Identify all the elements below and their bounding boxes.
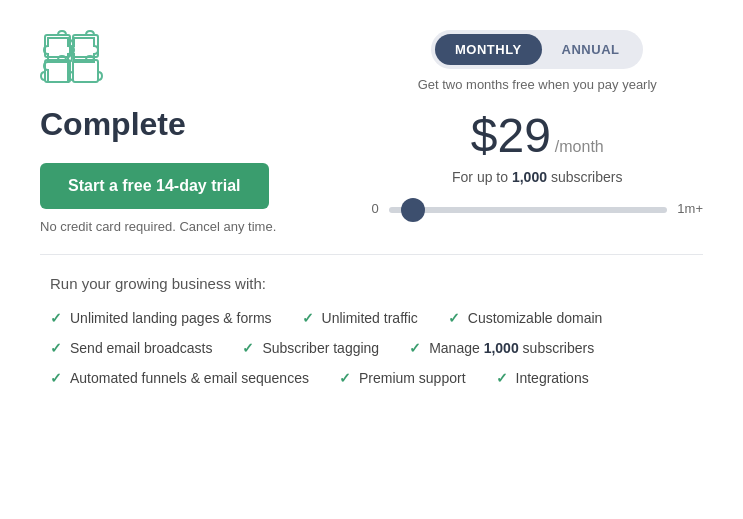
feature-subscriber-tagging: ✓ Subscriber tagging	[242, 340, 379, 356]
feature-premium-support: ✓ Premium support	[339, 370, 466, 386]
monthly-toggle-button[interactable]: MONTHLY	[435, 34, 542, 65]
features-row-3: ✓ Automated funnels & email sequences ✓ …	[50, 370, 693, 386]
features-grid: ✓ Unlimited landing pages & forms ✓ Unli…	[50, 310, 693, 386]
slider-container: 0 1m+	[372, 199, 704, 217]
feature-label-5: Subscriber tagging	[262, 340, 379, 356]
left-section: Complete Start a free 14-day trial No cr…	[40, 30, 372, 234]
free-months-text: Get two months free when you pay yearly	[418, 77, 657, 92]
feature-label-2: Unlimited traffic	[322, 310, 418, 326]
slider-max-label: 1m+	[677, 201, 703, 216]
right-section: MONTHLY ANNUAL Get two months free when …	[372, 30, 704, 217]
check-icon-5: ✓	[242, 340, 254, 356]
feature-label-8: Premium support	[359, 370, 466, 386]
no-credit-text: No credit card required. Cancel any time…	[40, 219, 372, 234]
price-period: /month	[555, 138, 604, 156]
check-icon-3: ✓	[448, 310, 460, 326]
check-icon-8: ✓	[339, 370, 351, 386]
feature-integrations: ✓ Integrations	[496, 370, 589, 386]
features-intro: Run your growing business with:	[50, 275, 693, 292]
feature-label-3: Customizable domain	[468, 310, 603, 326]
feature-label-9: Integrations	[516, 370, 589, 386]
feature-label-4: Send email broadcasts	[70, 340, 212, 356]
price-amount: $29	[471, 108, 551, 163]
subscribers-suffix: subscribers	[551, 169, 623, 185]
check-icon-2: ✓	[302, 310, 314, 326]
subscribers-prefix: For up to	[452, 169, 508, 185]
billing-toggle: MONTHLY ANNUAL	[431, 30, 643, 69]
price-display: $29 /month	[471, 108, 604, 163]
subscribers-slider[interactable]	[389, 207, 668, 213]
subscribers-text: For up to 1,000 subscribers	[452, 169, 622, 185]
feature-label-6a: Manage 1,000 subscribers	[429, 340, 594, 356]
check-icon-1: ✓	[50, 310, 62, 326]
annual-toggle-button[interactable]: ANNUAL	[542, 34, 640, 65]
check-icon-4: ✓	[50, 340, 62, 356]
feature-unlimited-pages: ✓ Unlimited landing pages & forms	[50, 310, 272, 326]
section-divider	[40, 254, 703, 255]
feature-label-1: Unlimited landing pages & forms	[70, 310, 272, 326]
slider-min-label: 0	[372, 201, 379, 216]
pricing-card: Complete Start a free 14-day trial No cr…	[0, 0, 743, 416]
check-icon-9: ✓	[496, 370, 508, 386]
slider-wrapper	[389, 199, 668, 217]
check-icon-7: ✓	[50, 370, 62, 386]
subscribers-count: 1,000	[512, 169, 547, 185]
feature-email-broadcasts: ✓ Send email broadcasts	[50, 340, 212, 356]
check-icon-6: ✓	[409, 340, 421, 356]
trial-button[interactable]: Start a free 14-day trial	[40, 163, 269, 209]
feature-label-7: Automated funnels & email sequences	[70, 370, 309, 386]
features-row-1: ✓ Unlimited landing pages & forms ✓ Unli…	[50, 310, 693, 326]
svg-rect-3	[73, 60, 98, 82]
feature-funnels: ✓ Automated funnels & email sequences	[50, 370, 309, 386]
puzzle-icon	[40, 30, 110, 90]
feature-manage-subscribers: ✓ Manage 1,000 subscribers	[409, 340, 594, 356]
features-section: Run your growing business with: ✓ Unlimi…	[40, 275, 703, 386]
feature-unlimited-traffic: ✓ Unlimited traffic	[302, 310, 418, 326]
plan-title: Complete	[40, 106, 372, 143]
feature-customizable-domain: ✓ Customizable domain	[448, 310, 603, 326]
features-row-2: ✓ Send email broadcasts ✓ Subscriber tag…	[50, 340, 693, 356]
feature-label-6-bold: 1,000	[484, 340, 519, 356]
top-section: Complete Start a free 14-day trial No cr…	[40, 30, 703, 234]
